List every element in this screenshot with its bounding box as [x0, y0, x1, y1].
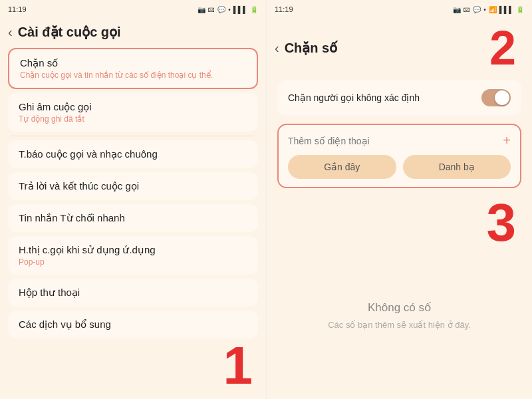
- right-time: 11:19: [275, 5, 293, 13]
- menu-item-chan-so[interactable]: Chặn số Chặn cuộc gọi và tin nhắn từ các…: [8, 48, 258, 89]
- menu-item-ghi-am[interactable]: Ghi âm cuộc gọi Tự động ghi đã tắt: [8, 93, 258, 132]
- right-header: ‹ Chặn số 2: [267, 19, 532, 80]
- right-status-bar: 11:19 📷 🖂 💬 • 📶 ▌▌▌ 🔋: [267, 0, 532, 19]
- right-status-icons: 📷 🖂 💬 • 📶 ▌▌▌ 🔋: [453, 6, 524, 13]
- menu-item-tinnhan-title: Tin nhắn Từ chối nhanh: [19, 212, 247, 224]
- battery-icon: 🔋: [250, 6, 258, 13]
- add-number-block: + Gần đây Danh bạ: [277, 124, 521, 188]
- left-back-button[interactable]: ‹: [8, 25, 13, 40]
- right-camera-icon: 📷: [453, 6, 461, 13]
- menu-item-hdisplay-subtitle: Pop-up: [19, 257, 247, 267]
- label-3: 3: [487, 193, 517, 252]
- recent-button[interactable]: Gần đây: [288, 155, 396, 179]
- menu-item-traloi[interactable]: Trả lời và kết thúc cuộc gọi: [8, 172, 258, 200]
- menu-item-tinnhan[interactable]: Tin nhắn Từ chối nhanh: [8, 204, 258, 232]
- right-dot-icon: •: [483, 6, 486, 13]
- signal-icon: ▌▌▌: [233, 6, 247, 13]
- menu-item-chan-so-title: Chặn số: [20, 57, 246, 69]
- dot-icon: •: [228, 6, 231, 13]
- menu-item-ghi-am-title: Ghi âm cuộc gọi: [19, 101, 247, 113]
- mail-icon: 🖂: [208, 6, 215, 13]
- block-unknown-callers-option[interactable]: Chặn người gọi không xác định: [277, 80, 521, 116]
- empty-state: Không có số Các số bạn thêm sẽ xuất hiện…: [277, 257, 521, 399]
- left-status-bar: 11:19 📷 🖂 💬 • ▌▌▌ 🔋: [0, 0, 266, 19]
- camera-icon: 📷: [198, 6, 205, 13]
- add-number-button[interactable]: +: [503, 133, 511, 148]
- contacts-button[interactable]: Danh bạ: [403, 155, 511, 179]
- left-header: ‹ Cài đặt cuộc gọi: [0, 19, 266, 48]
- button-row: Gần đây Danh bạ: [288, 155, 511, 179]
- menu-item-cacdichvu[interactable]: Các dịch vụ bổ sung: [8, 311, 258, 338]
- menu-item-chan-so-subtitle: Chặn cuộc gọi và tin nhắn từ các số điện…: [20, 70, 246, 80]
- right-battery-icon: 🔋: [516, 6, 524, 13]
- right-mail-icon: 🖂: [464, 6, 470, 13]
- menu-item-hopthu-title: Hộp thư thoại: [19, 287, 247, 299]
- right-header-left: ‹ Chặn số: [275, 40, 337, 56]
- right-back-button[interactable]: ‹: [275, 41, 279, 56]
- input-row: +: [288, 133, 511, 148]
- empty-subtitle: Các số bạn thêm sẽ xuất hiện ở đây.: [328, 320, 471, 330]
- menu-item-hdisplay[interactable]: H.thị c.gọi khi sử dụng ứ.dụng Pop-up: [8, 236, 258, 275]
- left-status-icons: 📷 🖂 💬 • ▌▌▌ 🔋: [198, 6, 258, 13]
- block-unknown-label: Chặn người gọi không xác định: [288, 92, 420, 103]
- menu-item-cacdichvu-title: Các dịch vụ bổ sung: [19, 319, 247, 331]
- right-page-title: Chặn số: [285, 40, 338, 56]
- message-icon: 💬: [217, 6, 225, 13]
- toggle-knob: [495, 90, 509, 105]
- empty-title: Không có số: [368, 301, 431, 315]
- phone-number-input[interactable]: [288, 136, 503, 146]
- right-message-icon: 💬: [473, 6, 481, 13]
- right-wifi-icon: 📶: [489, 6, 497, 13]
- menu-item-tbao[interactable]: T.báo cuộc gọi và nhạc chuông: [8, 140, 258, 168]
- left-menu-list: Chặn số Chặn cuộc gọi và tin nhắn từ các…: [0, 48, 266, 399]
- right-panel: 11:19 📷 🖂 💬 • 📶 ▌▌▌ 🔋 ‹ Chặn số 2 Chặn n…: [266, 0, 532, 399]
- right-signal-icon: ▌▌▌: [499, 6, 513, 13]
- left-time: 11:19: [8, 5, 27, 13]
- label-2: 2: [489, 24, 516, 72]
- menu-item-traloi-title: Trả lời và kết thúc cuộc gọi: [19, 180, 247, 192]
- divider-1: [11, 136, 255, 136]
- menu-item-hdisplay-title: H.thị c.gọi khi sử dụng ứ.dụng: [19, 244, 247, 256]
- right-content: Chặn người gọi không xác định + Gần đây …: [267, 80, 532, 399]
- left-panel: 11:19 📷 🖂 💬 • ▌▌▌ 🔋 ‹ Cài đặt cuộc gọi C…: [0, 0, 266, 399]
- menu-item-hopthu[interactable]: Hộp thư thoại: [8, 279, 258, 307]
- left-menu-container: Chặn số Chặn cuộc gọi và tin nhắn từ các…: [0, 48, 266, 399]
- menu-item-tbao-title: T.báo cuộc gọi và nhạc chuông: [19, 148, 247, 160]
- left-page-title: Cài đặt cuộc gọi: [18, 24, 121, 40]
- menu-item-ghi-am-subtitle: Tự động ghi đã tắt: [19, 114, 247, 124]
- block-unknown-toggle[interactable]: [481, 89, 511, 106]
